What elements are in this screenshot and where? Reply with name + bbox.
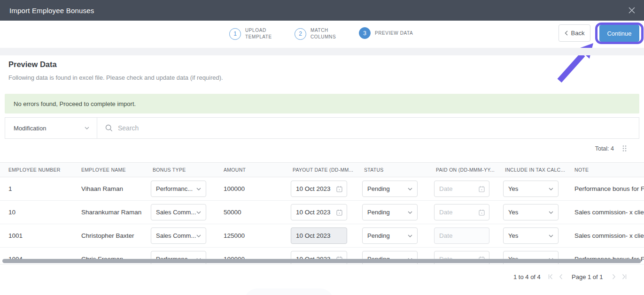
chevron-down-icon [549,234,553,237]
cell-amount: 125000 [215,232,284,239]
chevron-down-icon [196,211,201,214]
step-preview-data[interactable]: 3 PREVIEW DATA [359,27,413,39]
search-icon [105,124,113,132]
paid-on-date-input[interactable]: Date [434,181,489,197]
include-in-tax-select[interactable]: Yes [503,181,559,197]
status-select[interactable]: Pending [362,227,418,244]
table-summary-row: Total: 4 [595,144,627,152]
chevron-down-icon [408,234,412,237]
include-in-tax-select[interactable]: Yes [503,204,559,220]
include-in-tax-value: Yes [508,185,518,192]
calendar-icon [479,209,485,216]
step-2-label-line2: COLUMNS [310,34,336,40]
cell-amount: 50000 [215,209,284,216]
calendar-icon [336,186,342,192]
cell-employee-number: 1001 [0,232,73,239]
bonus-type-value: Sales Comm... [156,232,196,239]
page-indicator: Page 1 of 1 [572,273,603,280]
wizard-toolbar: 1 UPLOAD TEMPLATE 2 MATCH COLUMNS 3 PREV… [0,21,644,48]
calendar-icon [336,209,342,216]
modification-filter-value: Modification [14,125,46,132]
total-count: Total: 4 [595,145,614,152]
previous-page-icon[interactable] [559,274,563,280]
col-header-note: NOTE [566,163,644,177]
table-row: 1001 Christopher Baxter Sales Comm... 12… [0,224,644,248]
cell-note: Sales commission- x clie [566,209,644,216]
payout-date-value: 10 Oct 2023 [296,232,331,239]
search-input[interactable] [118,124,400,132]
back-button[interactable]: Back [559,24,590,42]
cell-employee-name: Vihaan Raman [73,185,144,192]
modification-filter-dropdown[interactable]: Modification [5,118,97,138]
step-1-label-line2: TEMPLATE [245,34,272,40]
page-subtitle: Following data is found in excel file. P… [8,74,223,81]
dialog-title: Import Employee Bonuses [0,7,94,15]
cell-employee-name: Christopher Baxter [73,232,144,239]
bonus-type-value: Sales Comm... [156,209,196,216]
chevron-down-icon [549,188,553,190]
step-match-columns[interactable]: 2 MATCH COLUMNS [295,27,336,40]
include-in-tax-value: Yes [508,209,518,216]
section-divider-band [0,48,644,55]
col-header-bonus-type: BONUS TYPE [144,163,215,177]
col-header-employee-name: EMPLOYEE NAME [73,163,144,177]
paid-on-placeholder: Date [439,232,453,239]
cell-employee-number: 1 [0,185,73,192]
status-value: Pending [367,185,390,192]
last-page-icon[interactable] [622,274,627,280]
bonus-type-select[interactable]: Sales Comm... [151,227,206,244]
step-3-circle: 3 [359,27,371,39]
col-header-include-in-tax: INCLUDE IN TAX CALC... [497,163,566,177]
filter-bar: Modification [5,117,639,139]
include-in-tax-value: Yes [508,232,518,239]
col-header-status: STATUS [356,163,427,177]
continue-button-label: Continue [607,30,631,37]
back-button-label: Back [571,30,585,37]
close-icon[interactable] [627,6,636,15]
step-3-label-line1: PREVIEW DATA [375,30,413,37]
success-alert-text: No errors found, Proceed to complete imp… [14,100,136,107]
status-value: Pending [367,232,390,239]
chevron-down-icon [85,127,89,129]
step-upload-template[interactable]: 1 UPLOAD TEMPLATE [229,27,272,40]
table-bottom-border [0,264,644,265]
bonus-type-value: Performanc... [156,185,193,192]
status-value: Pending [367,209,390,216]
status-select[interactable]: Pending [362,181,418,197]
cell-note: Sales commission- x clie [566,232,644,239]
first-page-icon[interactable] [548,274,553,280]
search-box [97,118,639,138]
paid-on-date-input[interactable]: Date [434,204,489,220]
dialog-title-bar: Import Employee Bonuses [0,0,644,21]
cell-note: Performance bonus for F [566,185,644,192]
chevron-down-icon [408,188,412,190]
cell-amount: 100000 [215,185,284,192]
pagination-controls: Page 1 of 1 [548,272,627,281]
continue-button[interactable]: Continue [599,25,639,42]
paid-on-date-input[interactable]: Date [434,227,489,244]
cell-employee-name: Sharankumar Raman [73,209,144,216]
bonus-type-select[interactable]: Performanc... [151,181,206,197]
chevron-down-icon [196,188,201,190]
include-in-tax-select[interactable]: Yes [503,227,559,244]
cell-employee-number: 10 [0,209,73,216]
payout-date-input[interactable]: 10 Oct 2023 [291,181,347,197]
bonus-type-select[interactable]: Sales Comm... [151,204,206,220]
step-2-circle: 2 [295,28,306,40]
preview-data-table: EMPLOYEE NUMBER EMPLOYEE NAME BONUS TYPE… [0,162,644,264]
import-employee-bonuses-dialog: Import Employee Bonuses 1 UPLOAD TEMPLAT… [0,0,644,295]
step-2-label: MATCH COLUMNS [310,27,336,40]
chevron-down-icon [549,211,553,214]
kebab-menu-icon[interactable] [622,144,627,152]
col-header-payout-date: PAYOUT DATE (DD-MM... [284,163,356,177]
horizontal-scrollbar[interactable] [2,259,641,263]
success-alert: No errors found, Proceed to complete imp… [5,94,639,113]
payout-date-input[interactable]: 10 Oct 2023 [291,227,347,244]
col-header-employee-number: EMPLOYEE NUMBER [0,163,73,177]
chevron-down-icon [196,234,201,237]
payout-date-input[interactable]: 10 Oct 2023 [291,204,347,220]
paid-on-placeholder: Date [439,185,453,192]
next-page-icon[interactable] [612,274,616,280]
status-select[interactable]: Pending [362,204,418,220]
chevron-down-icon [408,211,412,214]
